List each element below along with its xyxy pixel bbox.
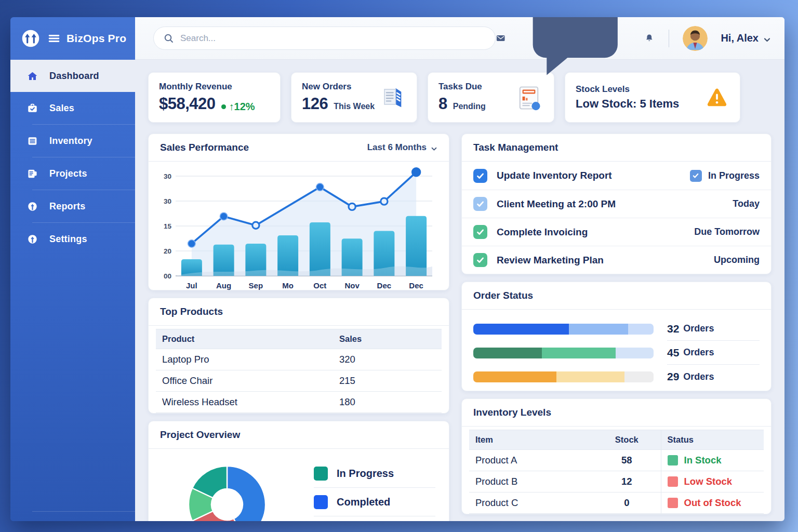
- column-header: Sales: [333, 329, 442, 349]
- app-title: BizOps Pro: [66, 32, 126, 45]
- left-column: Sales Performance Last 6 Months 30301520…: [148, 134, 449, 521]
- desktop-background: BizOps Pro DashboardSalesInventoryProjec…: [0, 0, 798, 532]
- card-title: Inventory Levels: [473, 407, 551, 418]
- item-name: Product C: [469, 493, 593, 513]
- card-header: Sales Performance Last 6 Months: [149, 134, 449, 162]
- donut-chart: [162, 454, 292, 521]
- svg-text:Aug: Aug: [216, 281, 231, 290]
- chat-icon: [519, 86, 632, 95]
- column-header: Item: [469, 430, 593, 449]
- svg-text:00: 00: [164, 272, 171, 280]
- svg-text:Sep: Sep: [249, 281, 263, 290]
- top-products-card: Top Products ProductSalesLaptop Pro320Of…: [148, 298, 449, 414]
- sidebar-item-inventory[interactable]: Inventory: [10, 125, 135, 157]
- table-row: Laptop Pro320: [156, 349, 442, 370]
- order-progress-bar: [473, 324, 654, 335]
- progress-segment: [473, 348, 542, 358]
- sidebar-nav: DashboardSalesInventoryProjectsReportsSe…: [10, 60, 135, 255]
- task-management-card: Task Management Update Inventory ReportI…: [461, 134, 772, 274]
- app-window: BizOps Pro DashboardSalesInventoryProjec…: [10, 17, 784, 521]
- progress-segment: [473, 371, 556, 382]
- task-status-text: Due Tomorrow: [694, 227, 760, 237]
- reports-icon: [26, 201, 38, 212]
- card-title: Task Management: [473, 142, 558, 153]
- order-unit: Orders: [683, 371, 714, 382]
- sidebar-item-dashboard[interactable]: Dashboard: [10, 60, 135, 92]
- task-label: Update Inventory Report: [497, 170, 612, 181]
- search-box: [153, 26, 496, 50]
- order-unit: Orders: [683, 323, 714, 334]
- mail-icon[interactable]: [496, 31, 506, 45]
- task-list: Update Inventory ReportIn ProgressClient…: [462, 162, 771, 274]
- svg-text:30: 30: [164, 197, 171, 205]
- order-status-row: 45Orders: [473, 341, 760, 365]
- sidebar-item-projects[interactable]: Projects: [10, 157, 135, 190]
- item-stock: 12: [593, 471, 660, 492]
- kpi-value-row: $58,420↑12%: [159, 95, 255, 113]
- svg-text:Dec: Dec: [377, 281, 392, 290]
- sidebar-item-settings[interactable]: Settings: [10, 223, 135, 255]
- project-overview-body: In ProgressCompletedOn Hold: [149, 449, 449, 521]
- task-checkbox[interactable]: [473, 197, 487, 211]
- order-status-row: 32Orders: [473, 317, 760, 341]
- bell-icon[interactable]: [644, 31, 654, 45]
- chat-button[interactable]: [519, 17, 632, 96]
- sidebar-item-reports[interactable]: Reports: [10, 190, 135, 222]
- kpi-change: ↑12%: [221, 101, 255, 113]
- legend-item-completed: Completed: [314, 488, 435, 516]
- kpi-subtitle: Pending: [453, 102, 486, 111]
- search-icon: [163, 33, 175, 44]
- order-progress-bar: [473, 371, 654, 382]
- progress-segment: [624, 371, 654, 382]
- hamburger-menu-button[interactable]: [47, 32, 61, 45]
- user-menu[interactable]: Hi, Alex: [721, 32, 771, 44]
- item-status: In Stock: [661, 450, 764, 471]
- task-status-text: Today: [733, 198, 760, 209]
- svg-text:Jul: Jul: [186, 281, 197, 290]
- topbar-divider: [669, 30, 669, 47]
- change-text: ↑12%: [229, 101, 255, 113]
- status-swatch: [668, 498, 678, 508]
- table-body: Product A58In StockProduct B12Low StockP…: [469, 450, 764, 514]
- status-swatch: [668, 455, 678, 466]
- order-count: 45Orders: [667, 341, 760, 365]
- sidebar-divider: [32, 511, 135, 512]
- inventory-levels-card: Inventory Levels ItemStockStatusProduct …: [461, 398, 772, 514]
- task-checkbox[interactable]: [473, 253, 487, 267]
- avatar[interactable]: [683, 26, 708, 51]
- card-header: Inventory Levels: [462, 399, 771, 427]
- sidebar-item-label: Sales: [49, 103, 74, 114]
- order-unit: Orders: [683, 347, 714, 358]
- task-checkbox[interactable]: [473, 225, 487, 239]
- svg-text:30: 30: [164, 172, 171, 180]
- status-checkbox[interactable]: [690, 170, 702, 182]
- range-label: Last 6 Months: [367, 142, 427, 153]
- product-sales: 180: [333, 392, 442, 413]
- product-name: Office Chair: [156, 370, 333, 391]
- top-products-table: ProductSalesLaptop Pro320Office Chair215…: [149, 326, 449, 413]
- inventory-icon: [26, 135, 38, 147]
- legend-item-in-progress: In Progress: [314, 459, 435, 488]
- sidebar-item-sales[interactable]: Sales: [10, 92, 135, 124]
- product-name: Laptop Pro: [156, 349, 333, 370]
- table-body: Laptop Pro320Office Chair215Wireless Hea…: [156, 349, 442, 413]
- status-text: Out of Stock: [684, 497, 741, 509]
- kpi-subtitle: This Week: [334, 102, 375, 111]
- topbar: Hi, Alex: [135, 17, 784, 60]
- main-area: Hi, Alex Monthly Revenue$58,420↑12%New O…: [135, 17, 784, 521]
- order-number: 32: [667, 323, 679, 335]
- column-header: Stock: [593, 430, 660, 449]
- kpi-title: New Orders: [302, 82, 375, 92]
- task-checkbox[interactable]: [473, 169, 487, 183]
- progress-segment: [628, 324, 654, 335]
- search-input[interactable]: [180, 33, 486, 44]
- product-sales: 320: [333, 349, 442, 370]
- task-status: Today: [733, 198, 760, 209]
- kpi-main: New Orders126This Week: [302, 82, 375, 113]
- right-column: Task Management Update Inventory ReportI…: [461, 134, 772, 521]
- svg-text:Dec: Dec: [409, 281, 423, 290]
- projects-icon: [26, 168, 38, 180]
- range-selector[interactable]: Last 6 Months: [367, 142, 437, 153]
- task-status-text: Upcoming: [714, 255, 760, 265]
- project-overview-card: Project Overview In ProgressCompletedOn …: [148, 421, 449, 521]
